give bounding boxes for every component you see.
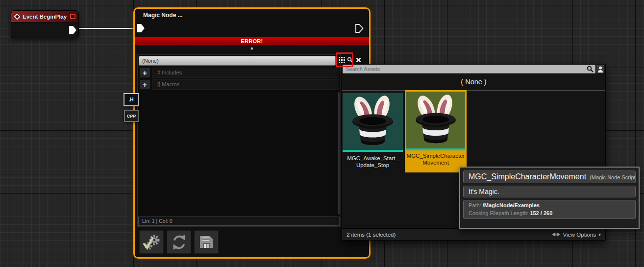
compile-script-button[interactable] (139, 230, 164, 254)
save-script-button[interactable] (194, 230, 219, 254)
search-magnifier-icon (587, 66, 594, 73)
view-options-button[interactable]: View Options ▾ (552, 232, 601, 238)
tooltip-path-label: Path: (469, 202, 481, 208)
asset-thumbnail (406, 92, 465, 150)
event-node-badge-icon (70, 14, 75, 19)
asset-name: MGC_SimpleCharacter Movement (406, 152, 465, 166)
event-node-header: Event BeginPlay (11, 11, 78, 23)
person-icon (597, 66, 603, 73)
add-include-button[interactable]: + (139, 68, 150, 78)
asset-type-color-bar (406, 148, 465, 150)
blueprint-canvas[interactable]: Event BeginPlay Magic Node ... ERROR! ▲ … (0, 0, 644, 267)
collapse-arrow-icon[interactable]: ▲ (135, 45, 369, 51)
items-count-label: 2 items (1 selected) (347, 232, 396, 238)
event-node-title: Event BeginPlay (23, 14, 67, 20)
search-assets-input[interactable] (343, 65, 595, 73)
exec-wire (77, 28, 140, 29)
add-macro-button[interactable]: + (139, 79, 150, 90)
editor-scrollbar[interactable] (338, 92, 340, 215)
magic-node[interactable]: Magic Node ... ERROR! ▲ (None) + # Inclu… (133, 7, 371, 259)
asset-tile-simple-character-movement-selected[interactable]: MGC_SimpleCharacter Movement (405, 90, 467, 172)
asset-tooltip: MGC_SimpleCharacterMovement (Magic Node … (459, 167, 640, 229)
asset-tile-awake-start[interactable]: MGC_Awake_Start_ Update_Stop (343, 93, 403, 169)
asset-type-color-bar (343, 150, 403, 152)
tooltip-cooking-label: Cooking Filepath Length: (469, 210, 528, 216)
tooltip-asset-type: (Magic Node Script) (590, 174, 636, 180)
annotation-highlight-box (336, 52, 353, 67)
event-output-exec-pin[interactable] (69, 26, 77, 34)
asset-thumbnail (343, 93, 403, 152)
refresh-icon (171, 234, 187, 250)
magic-input-exec-pin[interactable] (137, 24, 145, 32)
tooltip-description: It's Magic. (463, 186, 636, 197)
none-option-row[interactable]: ( None ) (342, 73, 605, 91)
tab-cpp-file[interactable]: CPP (124, 110, 139, 122)
error-banner: ERROR! (135, 37, 369, 45)
clear-asset-icon[interactable] (355, 56, 362, 63)
event-diamond-icon (14, 14, 20, 20)
magic-output-exec-pin[interactable] (355, 24, 364, 33)
macros-row[interactable]: [] Macros (152, 79, 339, 90)
asset-filter-person-button[interactable] (596, 65, 605, 73)
tooltip-cooking-value: 152 / 260 (530, 210, 552, 216)
asset-name: MGC_Awake_Start_ Update_Stop (343, 155, 403, 169)
reload-script-button[interactable] (167, 230, 191, 254)
tooltip-path-value: /MagicNode/Examples (483, 202, 540, 208)
magic-node-title: Magic Node ... (143, 12, 183, 19)
eye-icon (552, 232, 560, 237)
line-column-status: Lin: 1 | Col: 0 (138, 217, 340, 226)
save-floppy-icon (199, 235, 214, 249)
compile-gears-icon (142, 234, 161, 250)
event-beginplay-node[interactable]: Event BeginPlay (11, 10, 79, 38)
includes-row[interactable]: # Includes (152, 68, 339, 78)
tab-header-file[interactable]: .H (124, 93, 139, 106)
code-editor-panel: (None) + # Includes + [] Macros Lin: 1 |… (137, 54, 341, 227)
tooltip-metadata: Path: /MagicNode/Examples Cooking Filepa… (463, 200, 636, 219)
script-asset-dropdown[interactable]: (None) (139, 56, 336, 66)
tooltip-asset-title: MGC_SimpleCharacterMovement (469, 172, 586, 181)
caret-down-icon: ▾ (598, 232, 601, 237)
